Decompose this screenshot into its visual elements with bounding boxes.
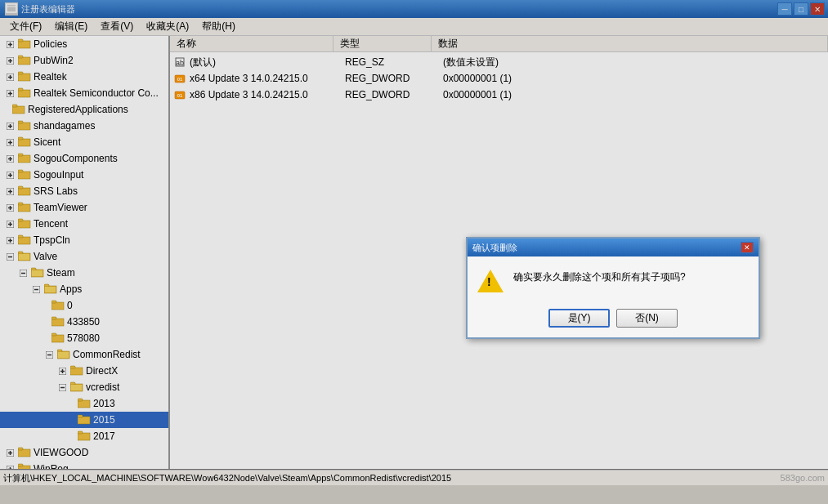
dialog-message: 确实要永久删除这个项和所有其子项吗? [513,270,749,285]
dialog-overlay: 确认项删除 ✕ ! 确实要永久删除这个项和所有其子项吗? 是(Y) 否(N) [0,0,828,504]
dialog-yes-button[interactable]: 是(Y) [548,309,610,328]
dialog-close-button[interactable]: ✕ [741,242,754,253]
dialog-title-bar: 确认项删除 ✕ [468,239,759,256]
confirm-delete-dialog: 确认项删除 ✕ ! 确实要永久删除这个项和所有其子项吗? 是(Y) 否(N) [466,237,760,339]
dialog-no-button[interactable]: 否(N) [616,309,678,328]
warning-icon: ! [477,270,504,296]
dialog-buttons: 是(Y) 否(N) [477,309,749,328]
dialog-body: ! 确实要永久删除这个项和所有其子项吗? 是(Y) 否(N) [468,256,759,337]
dialog-content: ! 确实要永久删除这个项和所有其子项吗? [477,270,749,296]
dialog-title: 确认项删除 [472,242,517,254]
